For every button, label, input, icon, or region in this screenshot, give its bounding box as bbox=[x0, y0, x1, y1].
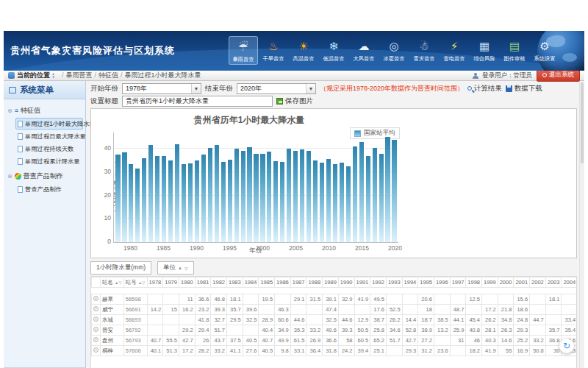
tree-item[interactable]: 普查产品制作 bbox=[15, 183, 83, 195]
chart-bar bbox=[346, 166, 351, 242]
chart-bar bbox=[273, 161, 278, 242]
toolbar-item-4[interactable]: ❄低温普查 bbox=[319, 36, 348, 65]
year-column-header[interactable]: 1981 bbox=[195, 277, 211, 288]
station-id-header[interactable]: 站号 ▲▽ bbox=[123, 277, 147, 288]
value-cell: 25.1 bbox=[370, 346, 387, 356]
logout-button[interactable]: 退出系统 bbox=[537, 69, 580, 82]
year-column-header[interactable]: 1998 bbox=[466, 277, 482, 288]
tree-group-0: ⊕≡特征值暴雨过程1小时最大降水量暴雨过程日最大降水量暴雨过程持续天数暴雨过程累… bbox=[6, 105, 83, 167]
y-tick-label: 40 bbox=[104, 144, 111, 152]
value-cell: 23.6 bbox=[434, 346, 450, 356]
expander-icon: ⊕ bbox=[7, 108, 12, 114]
refresh-button[interactable]: ↻ bbox=[559, 339, 574, 353]
radio-cell[interactable] bbox=[92, 336, 101, 346]
toolbar-item-11[interactable]: ⚙系统设置 bbox=[530, 36, 559, 65]
chart-bar bbox=[306, 151, 311, 242]
tree-group-header-1[interactable]: ⊕普查产品制作 bbox=[6, 170, 83, 183]
toolbar-item-1[interactable]: ☔暴雨普查 bbox=[229, 36, 258, 65]
year-column-header[interactable]: 1995 bbox=[418, 277, 434, 288]
station-name-header[interactable]: 站名 ▲▽ bbox=[101, 277, 124, 288]
breadcrumb-item[interactable]: 特征值 bbox=[98, 71, 118, 79]
chart-bar bbox=[340, 163, 344, 242]
radio-button[interactable] bbox=[93, 296, 98, 301]
year-column-header[interactable]: 1989 bbox=[323, 277, 339, 288]
year-column-header[interactable]: 2001 bbox=[514, 277, 530, 288]
chart-bar bbox=[254, 154, 258, 242]
start-year-select[interactable]: 1978年 ▼ bbox=[122, 83, 201, 94]
scrollbar-thumb[interactable] bbox=[581, 82, 584, 163]
year-column-header[interactable]: 1984 bbox=[243, 277, 259, 288]
radio-cell[interactable] bbox=[92, 294, 101, 305]
year-column-header[interactable]: 1999 bbox=[482, 277, 498, 288]
year-column-header[interactable]: 1983 bbox=[227, 277, 243, 288]
chart-title-input[interactable] bbox=[122, 96, 273, 107]
radio-button[interactable] bbox=[93, 327, 98, 332]
save-image-button[interactable]: 保存图片 bbox=[276, 96, 313, 106]
calc-result-button[interactable]: 计算结果 bbox=[467, 84, 502, 93]
chart-bar bbox=[287, 149, 291, 242]
year-column-header[interactable]: 2000 bbox=[498, 277, 514, 288]
radio-button[interactable] bbox=[93, 306, 98, 311]
year-column-header[interactable]: 1986 bbox=[275, 277, 291, 288]
breadcrumb-item[interactable]: 暴雨普查 bbox=[66, 71, 93, 79]
radio-cell[interactable] bbox=[92, 315, 101, 325]
chart-bar bbox=[215, 145, 219, 242]
value-cell: 33.4 bbox=[562, 315, 577, 325]
radio-button[interactable] bbox=[93, 316, 98, 322]
year-column-header[interactable]: 1978 bbox=[147, 277, 163, 288]
year-column-header[interactable]: 1985 bbox=[259, 277, 275, 288]
toolbar-item-5[interactable]: ☁大风普查 bbox=[349, 36, 379, 65]
list-icon: ≡ bbox=[15, 107, 18, 114]
year-column-header[interactable]: 1979 bbox=[163, 277, 179, 288]
radio-button[interactable] bbox=[93, 347, 98, 353]
radio-cell[interactable] bbox=[92, 325, 101, 336]
year-column-header[interactable]: 1997 bbox=[450, 277, 466, 288]
toolbar-icon-9: ▦ bbox=[476, 38, 493, 54]
year-column-header[interactable]: 1987 bbox=[290, 277, 306, 288]
chart-bar bbox=[135, 169, 140, 242]
toolbar-item-6[interactable]: ◎冰雹普查 bbox=[379, 36, 409, 65]
toolbar-item-9[interactable]: ▦综合风险 bbox=[470, 36, 499, 65]
year-column-header[interactable]: 1994 bbox=[402, 277, 418, 288]
toolbar-item-10[interactable]: ▤图件审核 bbox=[500, 36, 529, 65]
sort-icon[interactable]: ▲▽ bbox=[115, 280, 122, 285]
year-column-header[interactable]: 2003 bbox=[545, 277, 562, 288]
breadcrumb-separator: / bbox=[62, 71, 64, 79]
tree-item[interactable]: 暴雨过程日最大降水量 bbox=[15, 130, 83, 142]
tree-item[interactable]: 暴雨过程持续天数 bbox=[15, 143, 83, 155]
year-column-header[interactable]: 1992 bbox=[370, 277, 387, 288]
year-column-header[interactable]: 2004 bbox=[562, 277, 577, 288]
tree-item[interactable]: 暴雨过程1小时最大降水量 bbox=[15, 118, 83, 130]
sort-icon[interactable]: ▲▽ bbox=[138, 280, 146, 285]
year-column-header[interactable]: 1996 bbox=[434, 277, 450, 288]
year-column-header[interactable]: 1993 bbox=[386, 277, 402, 288]
year-column-header[interactable]: 1988 bbox=[306, 277, 323, 288]
sidebar-title: 系统菜单 bbox=[4, 81, 85, 99]
measure-chip[interactable]: 1小时降水量(mm) bbox=[90, 261, 151, 275]
tree-item[interactable]: 暴雨过程累计降水量 bbox=[15, 155, 83, 167]
year-column-header[interactable]: 1991 bbox=[354, 277, 370, 288]
data-download-button[interactable]: 数据下载 bbox=[506, 84, 542, 93]
year-column-header[interactable]: 1980 bbox=[179, 277, 195, 288]
radio-cell[interactable] bbox=[92, 346, 101, 356]
value-cell: 14.4 bbox=[402, 315, 418, 325]
year-column-header[interactable]: 1982 bbox=[211, 277, 227, 288]
toolbar-item-8[interactable]: ⚡雷电普查 bbox=[440, 36, 469, 65]
year-column-header[interactable]: 1990 bbox=[338, 277, 354, 288]
value-cell bbox=[243, 294, 259, 305]
year-column-header[interactable]: 2002 bbox=[530, 277, 546, 288]
toolbar-item-7[interactable]: ☃雪灾普查 bbox=[409, 36, 439, 65]
tree-group-header-0[interactable]: ⊕≡特征值 bbox=[6, 105, 83, 117]
value-cell: 43.7 bbox=[211, 336, 227, 346]
power-icon bbox=[542, 73, 547, 77]
toolbar-item-2[interactable]: ♨干旱普查 bbox=[259, 36, 288, 65]
breadcrumb-item[interactable]: 暴雨过程1小时最大降水量 bbox=[125, 71, 201, 79]
toolbar-item-3[interactable]: ☀高温普查 bbox=[289, 36, 318, 65]
end-year-select[interactable]: 2020年 ▼ bbox=[237, 83, 316, 94]
radio-button[interactable] bbox=[93, 337, 98, 342]
value-cell: 28.1 bbox=[482, 325, 498, 336]
bars-container bbox=[114, 132, 398, 242]
radio-cell[interactable] bbox=[92, 305, 101, 315]
unit-dropdown[interactable]: 单位 ▲ ▽ bbox=[157, 261, 194, 275]
vertical-scrollbar[interactable] bbox=[579, 81, 584, 368]
